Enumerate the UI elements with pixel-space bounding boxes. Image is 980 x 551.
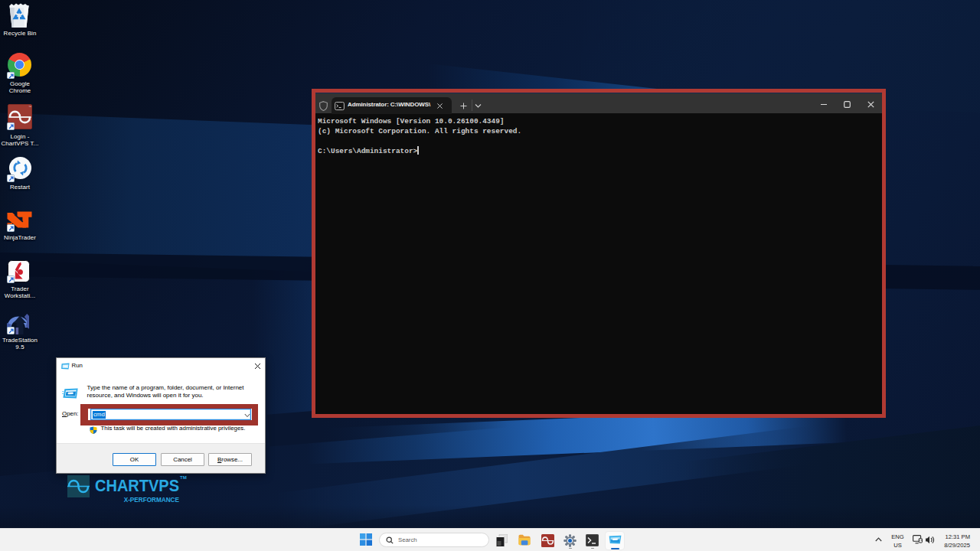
svg-text:™: ™ — [28, 105, 31, 109]
